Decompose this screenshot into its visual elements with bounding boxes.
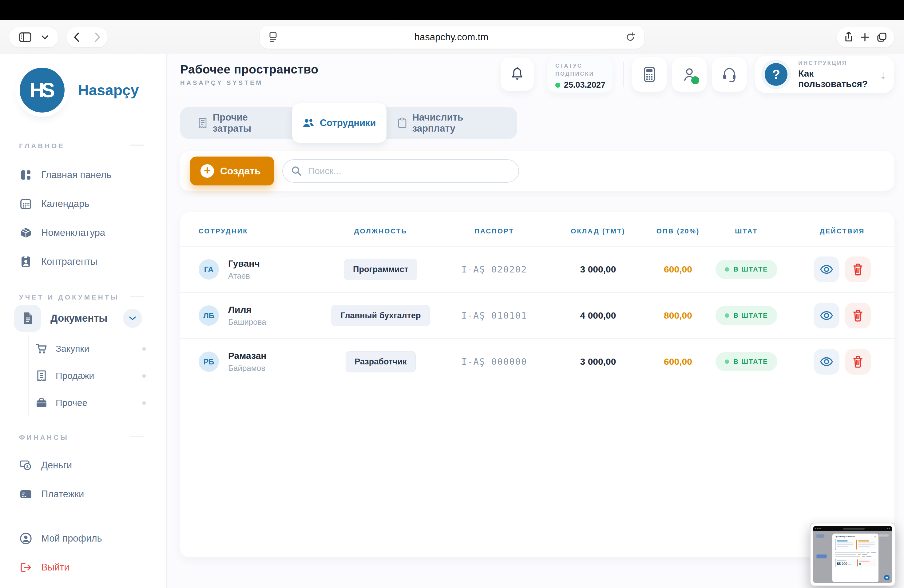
search-input[interactable] xyxy=(308,166,510,176)
share-icon[interactable] xyxy=(844,32,853,43)
sidebar-item-calendar[interactable]: Календарь xyxy=(0,190,166,218)
employee-first-name: Гуванч xyxy=(228,258,260,269)
credit-card-icon xyxy=(19,489,33,499)
receipt-icon xyxy=(35,370,47,382)
salary-value: 3 000,00 xyxy=(543,356,653,367)
sidebar-item-label: Выйти xyxy=(41,562,70,573)
tab-overview-icon[interactable] xyxy=(877,32,887,43)
opv-value: 800,00 xyxy=(653,310,703,321)
position-badge: Разработчик xyxy=(346,351,416,372)
employee-first-name: Лиля xyxy=(228,305,266,315)
pip-close-icon xyxy=(874,536,876,537)
new-tab-icon[interactable] xyxy=(860,33,869,42)
content-header: Рабочее пространство HASAPÇY SYSTEM СТАТ… xyxy=(167,54,904,95)
documents-submenu: Закупки Продажи Прочее xyxy=(28,335,166,416)
status-dot xyxy=(725,313,729,318)
passport-value: I-AŞ 010101 xyxy=(446,310,543,321)
section-label-finance: ФИНАНСЫ xyxy=(19,434,166,442)
reader-icon[interactable] xyxy=(269,32,278,43)
page-title: Рабочее пространство xyxy=(180,63,319,76)
trash-icon xyxy=(853,356,863,368)
cart-icon xyxy=(35,343,47,354)
box-icon xyxy=(19,227,33,239)
status-date: 25.03.2027 xyxy=(555,80,613,90)
sidebar-item-money[interactable]: $ Деньги xyxy=(0,451,166,480)
status-badge: В ШТАТЕ xyxy=(716,352,777,371)
view-button[interactable] xyxy=(814,349,839,375)
employee-first-name: Рамазан xyxy=(228,351,266,361)
sidebar-item-payments[interactable]: Платежки xyxy=(0,480,166,509)
id-card-icon xyxy=(19,256,33,268)
tab-employees[interactable]: Сотрудники xyxy=(292,103,387,143)
browser-sidebar-icon[interactable] xyxy=(19,32,32,42)
tab-other-expenses[interactable]: Прочие затраты xyxy=(188,107,291,139)
back-icon[interactable] xyxy=(73,32,80,42)
calculator-button[interactable] xyxy=(632,57,667,92)
account-button[interactable] xyxy=(672,57,706,92)
tab-label: Начислить зарплату xyxy=(412,112,499,134)
pip-modal: Просмотр реализации 55 000 тмт xyxy=(832,534,879,582)
forward-icon[interactable] xyxy=(95,32,101,42)
submenu-dot xyxy=(142,401,146,405)
delete-button[interactable] xyxy=(845,256,871,282)
pip-chat-icon xyxy=(884,575,890,580)
collapse-chevron-icon[interactable] xyxy=(123,309,142,328)
support-button[interactable] xyxy=(712,57,747,92)
status-label: СТАТУС ПОДПИСКИ xyxy=(555,62,613,78)
url-text: hasapchy.com.tm xyxy=(278,32,625,43)
calculator-icon xyxy=(643,66,656,83)
sidebar-item-counterparties[interactable]: Контрагенты xyxy=(0,247,166,276)
table-row[interactable]: ГА Гуванч Атаев Программист I-AŞ 020202 … xyxy=(180,246,894,292)
search-icon xyxy=(291,166,302,177)
pip-screen: Просмотр реализации 55 000 тмт xyxy=(813,526,892,583)
pip-bar-blob xyxy=(879,534,889,537)
notifications-button[interactable] xyxy=(501,58,534,91)
calendar-icon xyxy=(19,198,33,210)
instruction-card[interactable]: ? ИНСТРУКЦИЯ Как пользоваться? ↓ xyxy=(755,56,894,93)
avatar: РБ xyxy=(199,351,219,372)
salary-value: 4 000,00 xyxy=(543,310,653,321)
employees-tab-icon xyxy=(303,118,314,128)
arrow-down-icon: ↓ xyxy=(880,68,886,82)
pip-modal-title: Просмотр реализации xyxy=(835,536,855,537)
sidebar-item-nomenclature[interactable]: Номенклатура xyxy=(0,218,166,247)
view-button[interactable] xyxy=(814,256,839,282)
submenu-dot xyxy=(142,374,146,378)
passport-value: I-AŞ 020202 xyxy=(446,264,543,275)
tab-payroll[interactable]: Начислить зарплату xyxy=(387,107,510,139)
sidebar-item-purchases[interactable]: Закупки xyxy=(35,335,166,362)
sidebar-item-label: Календарь xyxy=(41,198,89,209)
sidebar-item-other-docs[interactable]: Прочее xyxy=(35,389,166,416)
chevron-down-icon[interactable] xyxy=(41,35,49,40)
brand[interactable]: HS Hasapçy xyxy=(20,68,166,112)
create-button[interactable]: + Создать xyxy=(190,156,274,185)
sidebar-item-profile[interactable]: Мой профиль xyxy=(0,524,166,553)
trash-icon xyxy=(853,309,863,322)
pip-logo-blob xyxy=(816,534,824,538)
delete-button[interactable] xyxy=(845,303,871,329)
pip-video-window[interactable]: Просмотр реализации 55 000 тмт xyxy=(810,523,895,586)
payroll-tab-icon xyxy=(398,117,407,128)
table-row[interactable]: ЛБ Лиля Баширова Главный бухгалтер I-AŞ … xyxy=(180,292,894,338)
view-button[interactable] xyxy=(814,303,839,329)
delete-button[interactable] xyxy=(845,349,871,375)
avatar: ЛБ xyxy=(199,305,219,326)
sidebar-item-logout[interactable]: Выйти xyxy=(0,553,166,582)
sidebar-item-label: Продажи xyxy=(56,371,94,381)
sidebar-item-documents[interactable]: Документы xyxy=(0,301,166,335)
headset-icon xyxy=(722,67,737,82)
sidebar-item-label: Документы xyxy=(51,313,107,324)
address-bar[interactable]: hasapchy.com.tm xyxy=(260,26,644,49)
table-row[interactable]: РБ Рамазан Байрамов Разработчик I-AŞ 000… xyxy=(180,338,894,384)
sidebar-item-sales[interactable]: Продажи xyxy=(35,362,166,389)
brand-name: Hasapçy xyxy=(78,82,139,99)
sidebar-item-dashboard[interactable]: Главная панель xyxy=(0,161,166,190)
reload-icon[interactable] xyxy=(625,32,635,43)
search-field[interactable] xyxy=(282,159,519,183)
sidebar-item-label: Главная панель xyxy=(41,169,111,180)
table-toolbar: + Создать xyxy=(180,151,894,191)
main-content: Рабочее пространство HASAPÇY SYSTEM СТАТ… xyxy=(167,54,904,588)
online-dot xyxy=(691,76,699,84)
subscription-status-card[interactable]: СТАТУС ПОДПИСКИ 25.03.2027 xyxy=(547,56,613,93)
employee-last-name: Баширова xyxy=(228,318,266,327)
